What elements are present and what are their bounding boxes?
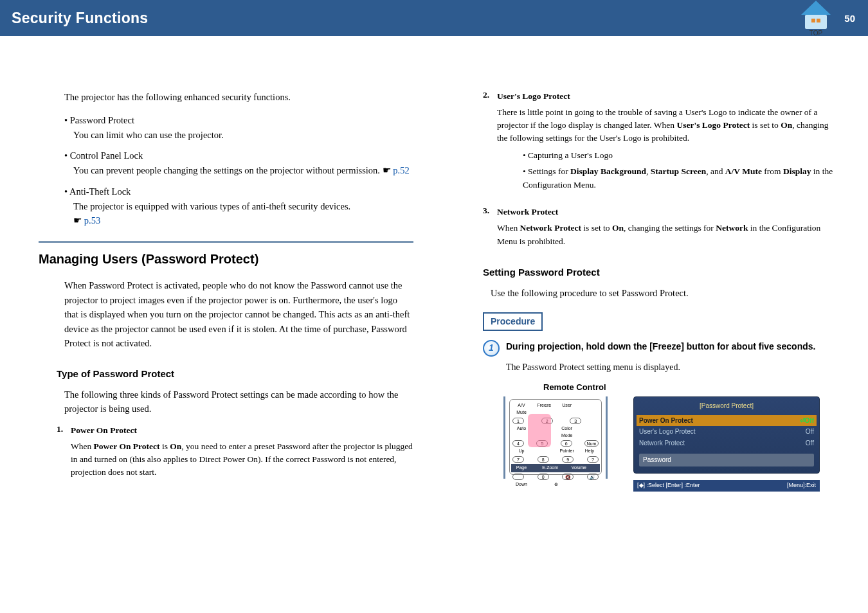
item-body: When Network Protect is set to On, chang…: [497, 222, 840, 248]
bullet-body: You can limit who can use the projector.: [73, 128, 413, 142]
list-item: Anti-Theft Lock The projector is equippe…: [64, 184, 413, 228]
right-column: 2.User's Logo Protect There is little po…: [465, 54, 840, 492]
bullet-title: Anti-Theft Lock: [64, 186, 131, 197]
list-item: 2.User's Logo Protect There is little po…: [483, 89, 840, 191]
item-title: Power On Protect: [71, 425, 137, 435]
item-title: Network Protect: [497, 207, 558, 217]
section-heading: Managing Users (Password Protect): [39, 249, 413, 269]
remote-control-figure: A/V MuteFreezeUser 123 AutoColor Mode 45…: [503, 396, 608, 479]
page-link[interactable]: p.52: [393, 165, 409, 175]
list-item: Capturing a User's Logo: [523, 149, 840, 163]
svg-rect-2: [811, 19, 815, 22]
page-number: 50: [844, 13, 855, 24]
freeze-button-highlight: [528, 414, 551, 447]
svg-rect-3: [817, 19, 820, 22]
home-top-icon[interactable]: TOP: [796, 0, 836, 37]
list-item: 1.Power On Protect When Power On Protect…: [57, 423, 413, 479]
item-body: There is little point in going to the tr…: [497, 106, 840, 145]
bullet-title: Password Protect: [64, 115, 134, 125]
figure-row: A/V MuteFreezeUser 123 AutoColor Mode 45…: [503, 396, 840, 491]
list-item: 3.Network Protect When Network Protect i…: [483, 204, 840, 247]
step-body: The Password Protect setting menu is dis…: [506, 360, 840, 375]
item-number: 1.: [57, 423, 71, 436]
bullet-body: You can prevent people changing the sett…: [73, 163, 413, 178]
hand-icon: ☛: [383, 165, 393, 175]
svg-marker-0: [801, 1, 831, 15]
page-link[interactable]: p.53: [84, 215, 100, 226]
menu-row-selected: Power On Protect⏎Off: [637, 415, 817, 427]
menu-footer: [◆] :Select [Enter] :Enter [Menu]:Exit: [633, 480, 820, 492]
step-number-circle: 1: [483, 340, 500, 357]
menu-row: Network ProtectOff: [639, 438, 814, 449]
left-column: The projector has the following enhanced…: [39, 54, 413, 492]
item-body: When Power On Protect is On, you need to…: [71, 440, 413, 479]
svg-rect-1: [805, 15, 827, 29]
hand-icon: ☛: [73, 215, 84, 226]
subsection-body: The following three kinds of Password Pr…: [64, 387, 413, 416]
bullet-body: The projector is equipped with various t…: [73, 199, 413, 229]
menu-row: User's Logo ProtectOff: [639, 426, 814, 438]
subsection-heading: Setting Password Protect: [483, 265, 840, 280]
password-protect-menu-figure: [Password Protect] Power On Protect⏎Off …: [633, 396, 820, 491]
procedure-step: 1 During projection, hold down the [Free…: [483, 340, 840, 357]
section-divider: [39, 241, 413, 243]
subsection-body: Use the following procedure to set Passw…: [491, 286, 840, 300]
numbered-list: 2.User's Logo Protect There is little po…: [465, 89, 840, 248]
item-number: 3.: [483, 204, 497, 218]
subsection-heading: Type of Password Protect: [57, 366, 413, 381]
numbered-list: 1.Power On Protect When Power On Protect…: [39, 423, 413, 479]
home-top-label: TOP: [809, 30, 823, 37]
bullet-title: Control Panel Lock: [64, 150, 143, 161]
page-title: Security Functions: [12, 10, 148, 27]
menu-title: [Password Protect]: [639, 401, 814, 411]
list-item: Control Panel Lock You can prevent peopl…: [64, 148, 413, 178]
procedure-label: Procedure: [483, 312, 543, 332]
section-body: When Password Protect is activated, peop…: [64, 278, 413, 350]
list-item: Settings for Display Background, Startup…: [523, 165, 840, 192]
item-number: 2.: [483, 89, 497, 102]
page-content: The projector has the following enhanced…: [0, 36, 868, 492]
list-item: Password Protect You can limit who can u…: [64, 113, 413, 142]
intro-text: The projector has the following enhanced…: [64, 90, 413, 104]
feature-list: Password Protect You can limit who can u…: [39, 113, 413, 228]
item-title: User's Logo Protect: [497, 91, 570, 101]
remote-control-label: Remote Control: [543, 381, 840, 394]
step-instruction: During projection, hold down the [Freeze…: [506, 340, 840, 353]
page-header: Security Functions 50 TOP: [0, 0, 868, 36]
menu-password-row: Password: [639, 454, 814, 466]
sub-bullet-list: Capturing a User's Logo Settings for Dis…: [497, 149, 840, 192]
